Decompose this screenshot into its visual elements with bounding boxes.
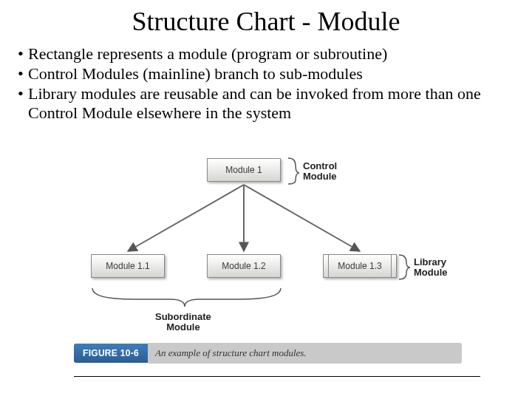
svg-line-2 bbox=[244, 185, 360, 251]
bullet-item: • Library modules are reusable and can b… bbox=[18, 84, 511, 124]
module-box-top: Module 1 bbox=[207, 158, 281, 182]
library-stripe-icon bbox=[328, 255, 329, 277]
module-box-label: Module 1.3 bbox=[338, 261, 381, 271]
module-box-1-2: Module 1.2 bbox=[207, 254, 281, 278]
bullet-dot-icon: • bbox=[18, 64, 28, 84]
svg-line-0 bbox=[128, 185, 244, 251]
bullet-text: Rectangle represents a module (program o… bbox=[28, 44, 511, 64]
figure-caption-bar: FIGURE 10-6 An example of structure char… bbox=[74, 343, 462, 364]
bullet-text: Library modules are reusable and can be … bbox=[28, 84, 511, 124]
module-box-1-3-library: Module 1.3 bbox=[323, 254, 397, 278]
annotation-control-module: Control Module bbox=[303, 161, 337, 183]
bullet-list: • Rectangle represents a module (program… bbox=[0, 44, 532, 123]
page-title: Structure Chart - Module bbox=[0, 0, 532, 44]
annotation-library-module: Library Module bbox=[414, 257, 448, 279]
diagram-area: Module 1 Module 1.1 Module 1.2 Module 1.… bbox=[74, 148, 462, 369]
bullet-text: Control Modules (mainline) branch to sub… bbox=[28, 64, 511, 84]
library-stripe-icon bbox=[391, 255, 392, 277]
figure-caption: An example of structure chart modules. bbox=[148, 343, 462, 364]
bullet-dot-icon: • bbox=[18, 44, 28, 64]
figure-number: FIGURE 10-6 bbox=[74, 344, 148, 363]
divider bbox=[74, 376, 480, 377]
bullet-item: • Rectangle represents a module (program… bbox=[18, 44, 511, 64]
module-box-1-1: Module 1.1 bbox=[91, 254, 165, 278]
annotation-subordinate-module: Subordinate Module bbox=[155, 312, 211, 333]
bullet-item: • Control Modules (mainline) branch to s… bbox=[18, 64, 511, 84]
bullet-dot-icon: • bbox=[18, 84, 28, 124]
